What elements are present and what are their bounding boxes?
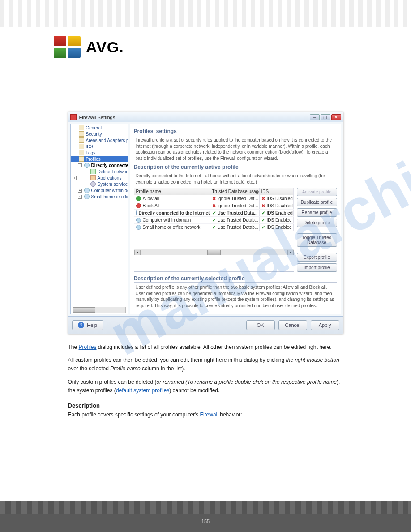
description-heading: Description <box>68 401 343 411</box>
avg-logo-icon <box>54 36 81 58</box>
duplicate-profile-button[interactable]: Duplicate profile <box>297 198 337 206</box>
profiles-link[interactable]: Profiles <box>79 344 97 350</box>
firewall-settings-dialog: Firewall Settings – ▢ ✕ General Security… <box>68 112 343 334</box>
activate-profile-button[interactable]: Activate profile <box>297 188 337 196</box>
tree-ids[interactable]: IDS <box>71 143 128 150</box>
dialog-footer: ? Help OK Cancel Apply <box>68 316 343 334</box>
scroll-right-icon[interactable]: ▸ <box>287 250 294 255</box>
check-icon: ✔ <box>261 210 265 215</box>
collapse-icon[interactable]: - <box>78 163 82 167</box>
profiles-table[interactable]: Profile name Trusted Database usage IDS … <box>134 188 294 272</box>
doc-icon <box>79 156 84 162</box>
question-icon: ? <box>78 322 84 328</box>
main-panel: Profiles' settings Firewall profile is a… <box>130 124 341 314</box>
export-profile-button[interactable]: Export profile <box>297 253 337 262</box>
apply-button[interactable]: Apply <box>311 320 339 330</box>
rename-profile-button[interactable]: Rename profile <box>297 208 337 217</box>
delete-profile-button[interactable]: Delete profile <box>297 219 337 227</box>
col-profile-name[interactable]: Profile name <box>134 188 210 195</box>
tree-small-home-office[interactable]: +Small home or office network <box>71 193 128 200</box>
tree-system-services[interactable]: System services <box>71 181 128 187</box>
doc-icon <box>79 131 84 137</box>
tree-profiles[interactable]: Profiles <box>71 156 128 162</box>
close-button[interactable]: ✕ <box>331 114 341 120</box>
help-button[interactable]: ? Help <box>72 320 103 330</box>
table-row[interactable]: Allow all ✖Ignore Trusted Dat... ✖IDS Di… <box>134 195 294 202</box>
tree-defined-networks[interactable]: Defined networks <box>71 168 128 175</box>
allow-icon <box>136 196 141 201</box>
person-icon <box>84 163 90 168</box>
scrollbar-thumb[interactable] <box>207 250 221 255</box>
doc-icon <box>79 125 84 130</box>
maximize-button[interactable]: ▢ <box>321 114 330 120</box>
profiles-heading: Profiles' settings <box>134 128 337 135</box>
avg-logo-text: AVG <box>86 39 124 56</box>
table-row[interactable]: Small home or office network ✔Use Truste… <box>134 224 294 231</box>
person-icon <box>84 194 90 199</box>
x-icon: ✖ <box>212 203 216 208</box>
x-icon: ✖ <box>261 203 265 208</box>
table-row[interactable]: Directly connected to the Internet ✔Use … <box>134 210 294 217</box>
check-icon: ✔ <box>261 225 265 230</box>
x-icon: ✖ <box>212 196 216 201</box>
scroll-left-icon[interactable]: ◂ <box>134 250 141 255</box>
check-icon: ✔ <box>212 218 216 223</box>
active-profile-heading: Description of the currently active prof… <box>134 164 337 171</box>
table-row[interactable]: Computer within domain ✔Use Trusted Data… <box>134 217 294 224</box>
tree-logs[interactable]: Logs <box>71 150 128 156</box>
active-profile-description: Directly connected to the Internet - at … <box>134 173 337 185</box>
tree-computer-domain[interactable]: +Computer within domain <box>71 187 128 193</box>
tree-areas-adapters[interactable]: Areas and Adapters profiles <box>71 137 128 143</box>
table-row[interactable]: Block All ✖Ignore Trusted Dat... ✖IDS Di… <box>134 202 294 210</box>
user-icon <box>136 225 141 230</box>
page-header-pattern <box>0 0 411 27</box>
system-profiles-link[interactable]: default system profiles <box>116 387 169 394</box>
ok-button[interactable]: OK <box>246 320 275 330</box>
doc-icon <box>79 144 84 149</box>
app-icon <box>90 175 96 180</box>
x-icon: ✖ <box>261 196 265 201</box>
minimize-button[interactable]: – <box>310 114 320 120</box>
toggle-trusted-db-button[interactable]: Toggle Trusted Database <box>297 233 337 247</box>
check-icon: ✔ <box>261 218 265 223</box>
scrollbar-thumb[interactable] <box>73 307 95 313</box>
selected-profile-description: User defined profile is any other profil… <box>134 284 337 309</box>
check-icon: ✔ <box>212 210 216 215</box>
expand-icon[interactable]: + <box>73 176 77 180</box>
doc-icon <box>79 137 84 143</box>
dialog-titlebar[interactable]: Firewall Settings – ▢ ✕ <box>68 112 343 122</box>
firewall-link[interactable]: Firewall <box>200 412 218 418</box>
profiles-description: Firewall profile is a set of security ru… <box>134 137 337 161</box>
page-number: 155 <box>0 519 411 524</box>
tree-applications[interactable]: +Applications <box>71 175 128 181</box>
expand-icon[interactable]: + <box>78 195 82 199</box>
firewall-icon <box>70 114 77 120</box>
selected-profile-heading: Description of the currently selected pr… <box>134 275 337 283</box>
table-header: Profile name Trusted Database usage IDS <box>134 188 294 195</box>
person-icon <box>84 188 90 193</box>
tree-security[interactable]: Security <box>71 131 128 137</box>
user-icon <box>136 210 137 215</box>
expand-icon[interactable]: + <box>78 189 82 193</box>
settings-tree[interactable]: General Security Areas and Adapters prof… <box>70 124 128 314</box>
tree-scrollbar[interactable] <box>73 307 126 313</box>
doc-icon <box>79 150 84 155</box>
col-trusted-db[interactable]: Trusted Database usage <box>210 188 260 195</box>
user-icon <box>136 218 141 223</box>
page-body-text: The Profiles dialog includes a list of a… <box>68 343 343 419</box>
logo-row: AVG <box>0 27 411 63</box>
network-icon <box>90 169 96 174</box>
gear-icon <box>90 181 96 187</box>
tree-directly-connected[interactable]: -Directly connected to the <box>71 162 128 168</box>
check-icon: ✔ <box>212 225 216 230</box>
tree-general[interactable]: General <box>71 124 128 131</box>
table-scrollbar[interactable]: ◂ ▸ <box>134 249 294 255</box>
page-footer-pattern <box>0 501 411 532</box>
import-profile-button[interactable]: Import profile <box>297 263 337 272</box>
col-ids[interactable]: IDS <box>260 188 294 195</box>
cancel-button[interactable]: Cancel <box>278 320 307 330</box>
dialog-title: Firewall Settings <box>79 115 116 120</box>
block-icon <box>136 203 141 208</box>
profile-action-buttons: Activate profile Duplicate profile Renam… <box>297 188 337 272</box>
